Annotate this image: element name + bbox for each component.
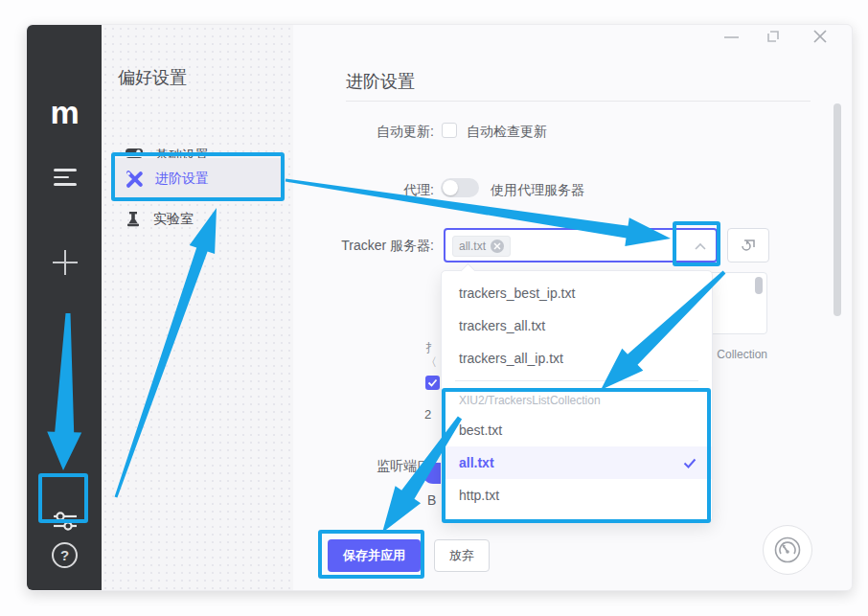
close-icon[interactable]: [812, 29, 828, 44]
auto-sync-checkbox[interactable]: [425, 376, 440, 390]
maximize-icon[interactable]: [765, 29, 781, 44]
nav-item-label: 实验室: [153, 211, 194, 228]
listen-port-label: 监听端口:: [293, 458, 434, 475]
dropdown-option[interactable]: trackers_all_ip.txt: [442, 342, 712, 375]
settings-sliders-icon[interactable]: [52, 509, 79, 534]
auto-update-checkbox[interactable]: [442, 123, 457, 138]
check-icon: [425, 376, 440, 390]
screenshot-stage: m ? 偏好设置 基础设置: [0, 0, 868, 616]
motrix-logo: m: [27, 94, 102, 131]
dropdown-option[interactable]: http.txt: [442, 479, 712, 512]
window-scrollbar[interactable]: [834, 103, 841, 316]
app-window: m ? 偏好设置 基础设置: [26, 24, 853, 591]
dropdown-option[interactable]: best.txt: [442, 414, 712, 446]
title-divider: [346, 101, 811, 102]
proxy-toggle[interactable]: [441, 178, 479, 197]
task-list-icon[interactable]: [54, 169, 77, 191]
discard-button[interactable]: 放弃: [434, 539, 490, 572]
nav-item-label: 进阶设置: [155, 171, 209, 188]
sync-icon: [740, 238, 757, 253]
help-icon[interactable]: ?: [52, 542, 78, 568]
proxy-toggle-label: 使用代理服务器: [491, 182, 584, 199]
sync-tracker-button[interactable]: [727, 228, 769, 262]
textarea-scrollbar[interactable]: [755, 277, 763, 294]
minimize-icon[interactable]: [724, 36, 739, 38]
app-sidebar: m ?: [27, 25, 102, 590]
advanced-settings-icon: [125, 170, 144, 189]
speed-limit-button[interactable]: [763, 525, 812, 575]
page-title: 进阶设置: [346, 70, 415, 93]
check-icon: [683, 458, 697, 468]
preferences-title: 偏好设置: [118, 66, 187, 89]
tracker-tag: all.txt: [452, 236, 511, 257]
dropdown-divider: [455, 380, 698, 381]
tracker-tag-label: all.txt: [459, 240, 486, 253]
dropdown-option-selected[interactable]: all.txt: [442, 446, 712, 479]
auto-update-checkbox-label: 自动检查更新: [467, 124, 547, 141]
speed-gauge-icon: [773, 536, 802, 564]
tracker-select[interactable]: all.txt: [444, 228, 718, 262]
save-button[interactable]: 保存并应用: [328, 539, 421, 572]
add-task-icon[interactable]: [53, 250, 78, 275]
dropdown-option[interactable]: trackers_all.txt: [442, 309, 712, 342]
proxy-label: 代理:: [293, 182, 434, 199]
tag-remove-icon[interactable]: [491, 240, 504, 253]
nav-item-advanced-settings[interactable]: 进阶设置: [113, 158, 286, 200]
update-time-fragment: 2: [424, 407, 431, 422]
chevron-up-icon[interactable]: [695, 242, 706, 250]
port-fragment: B: [427, 492, 436, 508]
dropdown-group-label: XIU2/TrackersListCollection: [442, 387, 712, 414]
auto-update-label: 自动更新:: [293, 124, 434, 141]
dropdown-option[interactable]: trackers_best_ip.txt: [442, 277, 712, 309]
tracker-label: Tracker 服务器:: [293, 238, 434, 255]
preferences-nav: 偏好设置 基础设置 进阶设置: [102, 25, 293, 590]
lab-icon: [125, 211, 142, 228]
nav-item-lab[interactable]: 实验室: [113, 198, 286, 240]
tracker-dropdown: trackers_best_ip.txt trackers_all.txt tr…: [441, 270, 713, 522]
